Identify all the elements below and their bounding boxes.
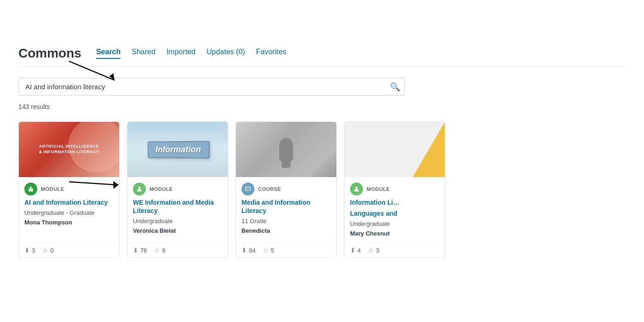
card-2-footer: ⬇ 76 ☆ 9 — [127, 242, 228, 258]
thumb-ai-line2: & INFORMATION LITERACY — [39, 150, 99, 155]
card-3-download-count: 94 — [249, 247, 255, 254]
results-count: 143 results — [18, 103, 626, 110]
card-2-fav-count: 9 — [162, 247, 165, 254]
card-3-downloads: ⬇ 94 — [242, 247, 255, 254]
card-4-fav-count: 3 — [376, 247, 379, 254]
card-2-favorites: ☆ 9 — [154, 247, 165, 254]
card-3-favorites: ☆ 5 — [263, 247, 274, 254]
card-4-downloads: ⬇ 4 — [350, 247, 361, 254]
tab-shared[interactable]: Shared — [132, 48, 155, 59]
card-3-footer: ⬇ 94 ☆ 5 — [236, 242, 336, 258]
card-1-fav-count: 0 — [50, 247, 53, 254]
card-1-type: MODULE — [41, 186, 64, 192]
svg-point-4 — [30, 187, 32, 189]
card-3-fav-count: 5 — [270, 247, 274, 254]
card-3-badge-icon — [242, 183, 254, 196]
card-2-badge: MODULE — [133, 183, 222, 196]
card-4-body: MODULE Information Li… Languages and Und… — [345, 177, 445, 242]
download-icon-3: ⬇ — [242, 247, 247, 254]
nav-tabs: Search Shared Imported Updates (0) Favor… — [96, 48, 287, 59]
card-1-footer: ⬇ 3 ☆ 0 — [19, 242, 119, 258]
info-sign: Information — [148, 141, 210, 158]
card-1-body: MODULE AI and Information Literacy Under… — [19, 177, 119, 242]
sign-text: Information — [155, 144, 201, 154]
svg-point-5 — [28, 189, 29, 190]
card-3-body: COURSE Media and Information Literacy 11… — [236, 177, 336, 242]
thumb-ai-line1: ARTIFICIAL INTELLIGENCE — [39, 144, 99, 150]
card-4-download-count: 4 — [357, 247, 361, 254]
card-2-type: MODULE — [150, 186, 173, 192]
card-2-title[interactable]: WE Information and Media Literacy — [133, 198, 222, 215]
download-icon-2: ⬇ — [133, 247, 138, 254]
card-2-thumbnail: Information — [127, 122, 228, 177]
card-1-badge-icon — [24, 183, 37, 196]
card-4-favorites: ☆ 3 — [368, 247, 379, 254]
card-1-favorites: ☆ 0 — [42, 247, 53, 254]
card-3: COURSE Media and Information Literacy 11… — [236, 121, 337, 258]
card-4-badge: MODULE — [350, 183, 439, 196]
card-1-level: Undergraduate - Graduate — [24, 209, 114, 216]
download-icon-4: ⬇ — [350, 247, 356, 254]
card-3-title[interactable]: Media and Information Literacy — [242, 198, 331, 215]
svg-point-6 — [32, 189, 34, 190]
card-3-author: Benedicta — [242, 227, 331, 234]
card-2-download-count: 76 — [140, 247, 147, 254]
card-2-author: Veronica Bielat — [133, 227, 222, 234]
cards-grid: ARTIFICIAL INTELLIGENCE & INFORMATION LI… — [18, 121, 626, 258]
tab-favorites[interactable]: Favorites — [256, 48, 287, 59]
card-4-badge-icon — [350, 183, 363, 196]
star-icon: ☆ — [42, 247, 48, 254]
card-1-author: Mona Thompson — [24, 219, 114, 226]
yellow-triangle — [413, 122, 445, 177]
card-3-type: COURSE — [258, 186, 281, 192]
tab-updates[interactable]: Updates (0) — [207, 48, 245, 59]
card-2-body: MODULE WE Information and Media Literacy… — [127, 177, 228, 242]
star-icon-3: ☆ — [263, 247, 269, 254]
card-2-level: Undergraduate — [133, 218, 222, 224]
commons-header: Commons Search Shared Imported Updates (… — [18, 46, 626, 67]
tab-imported[interactable]: Imported — [167, 48, 196, 59]
svg-point-11 — [356, 187, 358, 189]
tab-search[interactable]: Search — [96, 48, 121, 59]
search-input[interactable] — [18, 78, 405, 96]
star-icon-2: ☆ — [154, 247, 160, 254]
card-2-downloads: ⬇ 76 — [133, 247, 147, 254]
card-4-thumbnail — [345, 122, 445, 177]
page-title: Commons — [18, 46, 81, 61]
card-1-downloads: ⬇ 3 — [24, 247, 35, 254]
card-4-footer: ⬇ 4 ☆ 3 — [345, 242, 445, 258]
svg-rect-8 — [246, 187, 251, 190]
card-4-type: MODULE — [367, 186, 390, 192]
card-4-title[interactable]: Information Li… — [350, 198, 439, 207]
card-3-level: 11 Grade — [242, 218, 331, 224]
download-icon: ⬇ — [24, 247, 30, 254]
star-icon-4: ☆ — [368, 247, 374, 254]
card-1-thumbnail: ARTIFICIAL INTELLIGENCE & INFORMATION LI… — [19, 122, 119, 177]
svg-point-7 — [138, 187, 141, 189]
card-3-badge: COURSE — [242, 183, 331, 196]
card-4-title-2: Languages and — [350, 209, 439, 218]
search-button[interactable]: 🔍 — [390, 82, 400, 92]
card-2-badge-icon — [133, 183, 146, 196]
card-1-download-count: 3 — [32, 247, 35, 254]
card-4-level: Undergraduate — [350, 220, 439, 227]
card-1: ARTIFICIAL INTELLIGENCE & INFORMATION LI… — [18, 121, 120, 258]
card-1-title[interactable]: AI and Information Literacy — [24, 198, 114, 207]
card-4-author: Mary Chesnut — [350, 230, 439, 237]
search-container: 🔍 — [18, 78, 626, 96]
card-4: MODULE Information Li… Languages and Und… — [344, 121, 445, 258]
card-1-badge: MODULE — [24, 183, 114, 196]
card-3-thumbnail — [236, 122, 336, 177]
card-2: Information MODULE WE Information and Me… — [127, 121, 228, 258]
